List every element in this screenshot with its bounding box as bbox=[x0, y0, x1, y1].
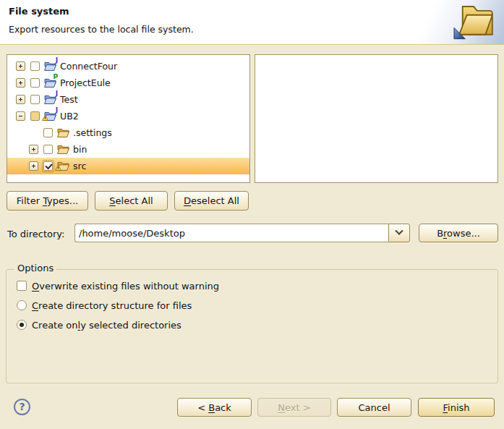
expand-plus-icon[interactable] bbox=[29, 161, 38, 171]
folder-warning-icon bbox=[57, 161, 69, 171]
java-decorator: J bbox=[56, 57, 58, 64]
tree-item-label[interactable]: bin bbox=[73, 144, 87, 155]
tree-item-label[interactable]: .settings bbox=[73, 127, 112, 138]
collapse-minus-icon[interactable] bbox=[16, 111, 25, 121]
expand-plus-icon[interactable] bbox=[16, 61, 25, 71]
directory-input[interactable] bbox=[74, 224, 388, 242]
warning-overlay-icon bbox=[55, 162, 61, 173]
tree-item-label[interactable]: ProjectEule bbox=[60, 77, 111, 88]
tree-row-connectfour[interactable]: J ConnectFour bbox=[7, 58, 249, 75]
expand-plus-icon[interactable] bbox=[29, 145, 38, 154]
tree-row-projecteule[interactable]: P ProjectEule bbox=[7, 75, 249, 91]
overwrite-checkbox[interactable] bbox=[17, 281, 27, 291]
warning-overlay-icon bbox=[42, 112, 48, 123]
page-title: File system bbox=[9, 6, 69, 17]
tree-item-label[interactable]: Test bbox=[60, 94, 78, 105]
option-label[interactable]: Create only selected directories bbox=[32, 320, 181, 331]
export-folder-icon bbox=[452, 1, 495, 43]
checkbox-bin[interactable] bbox=[43, 145, 53, 154]
chevron-down-icon bbox=[395, 227, 403, 235]
option-selected-directories[interactable]: Create only selected directories bbox=[17, 319, 181, 331]
checkbox-ub2-grayed[interactable] bbox=[30, 111, 40, 121]
expand-plus-icon[interactable] bbox=[16, 95, 25, 104]
checkbox-projecteule[interactable] bbox=[30, 78, 40, 88]
tree-row-bin[interactable]: bin bbox=[7, 141, 249, 158]
java-project-folder-icon: P bbox=[44, 77, 56, 88]
tree-row-test[interactable]: J Test bbox=[7, 91, 249, 108]
question-mark-icon: ? bbox=[19, 401, 25, 412]
expand-plus-icon[interactable] bbox=[16, 78, 25, 88]
wizard-header: File system Export resources to the loca… bbox=[0, 0, 504, 45]
tree-item-label[interactable]: ConnectFour bbox=[60, 61, 117, 72]
option-label[interactable]: Create directory structure for files bbox=[32, 300, 192, 311]
option-overwrite[interactable]: Overwrite existing files without warning bbox=[17, 280, 219, 292]
checkbox-src-checked[interactable] bbox=[43, 161, 53, 171]
tree-item-label[interactable]: UB2 bbox=[60, 111, 79, 122]
browse-button[interactable]: Browse... bbox=[419, 224, 498, 242]
java-project-folder-icon: J bbox=[44, 61, 56, 72]
tree-item-label[interactable]: src bbox=[73, 161, 86, 171]
selected-directories-radio[interactable] bbox=[17, 320, 27, 330]
java-decorator: J bbox=[56, 90, 58, 97]
folder-icon bbox=[57, 144, 69, 155]
checkbox-test[interactable] bbox=[30, 95, 40, 104]
plugin-decorator: P bbox=[53, 74, 58, 80]
finish-button[interactable]: Finish bbox=[418, 398, 495, 417]
tree-row-src-selected[interactable]: src bbox=[7, 158, 249, 174]
java-project-folder-icon: J bbox=[44, 94, 56, 105]
back-button[interactable]: < Back bbox=[177, 398, 252, 417]
combo-dropdown-button[interactable] bbox=[388, 224, 410, 242]
help-button[interactable]: ? bbox=[14, 399, 30, 415]
tree-row-settings[interactable]: .settings bbox=[7, 124, 249, 141]
deselect-all-button[interactable]: Deselect All bbox=[174, 191, 249, 211]
tree-row-ub2[interactable]: J UB2 bbox=[7, 108, 249, 124]
cancel-button[interactable]: Cancel bbox=[337, 398, 411, 417]
to-directory-label: To directory: bbox=[7, 229, 64, 239]
file-list-panel[interactable] bbox=[255, 54, 498, 183]
java-decorator: J bbox=[56, 107, 58, 114]
checkbox-settings[interactable] bbox=[43, 128, 53, 137]
resource-tree-panel[interactable]: J ConnectFour P ProjectEule J Test J bbox=[7, 54, 250, 183]
checkbox-connectfour[interactable] bbox=[30, 61, 40, 71]
java-project-folder-warning-icon: J bbox=[44, 111, 56, 122]
option-directory-structure[interactable]: Create directory structure for files bbox=[17, 300, 192, 311]
options-group: Options Overwrite existing files without… bbox=[6, 269, 498, 383]
option-label[interactable]: Overwrite existing files without warning bbox=[32, 281, 219, 292]
directory-combobox[interactable] bbox=[74, 224, 410, 242]
next-button: Next > bbox=[257, 398, 331, 417]
directory-structure-radio[interactable] bbox=[17, 300, 27, 310]
folder-icon bbox=[57, 127, 69, 138]
options-group-title: Options bbox=[14, 263, 56, 273]
filter-types-button[interactable]: Filter Types... bbox=[7, 191, 88, 211]
select-all-button[interactable]: Select All bbox=[95, 191, 168, 211]
page-description: Export resources to the local file syste… bbox=[9, 24, 194, 35]
